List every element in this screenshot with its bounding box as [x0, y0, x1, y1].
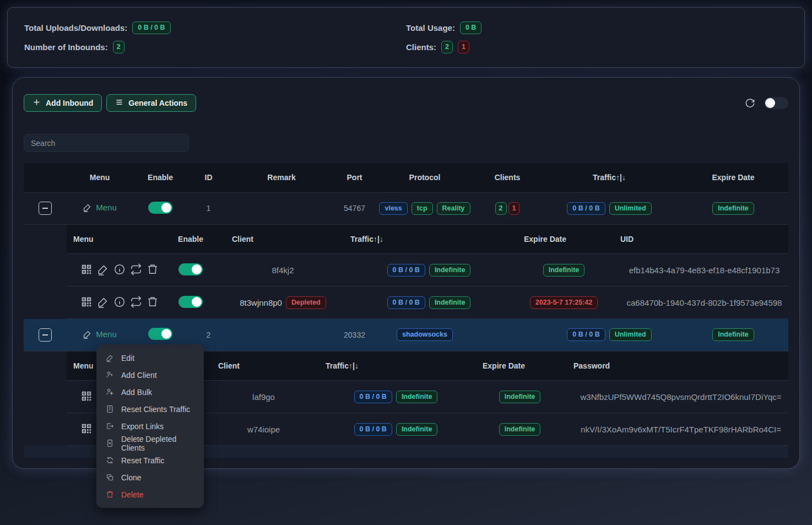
delete-icon[interactable] — [147, 296, 159, 308]
delete-icon — [106, 490, 114, 499]
col-client: Client — [202, 351, 309, 381]
client-name: laf9go — [202, 381, 309, 413]
qr-code-icon[interactable] — [80, 296, 93, 308]
inbound-1-enable-toggle[interactable] — [148, 202, 172, 214]
client-uid: efb14b43-4a79-4e83-ef18-e48cf1901b73 — [604, 254, 788, 286]
col-uid: UID — [604, 225, 788, 254]
inbound-menu-label: Menu — [96, 203, 117, 212]
inbounds-table-header: Menu Enable ID Remark Port Protocol Clie… — [24, 163, 788, 192]
client-row-8t3wjnn8p0: 8t3wjnn8p0 Depleted 0 B / 0 B Indefinite… — [67, 286, 788, 319]
user-delete-icon — [106, 439, 114, 447]
inbound-1-expanded: Menu Enable Client Traffic↑|↓ Expire Dat… — [24, 224, 788, 319]
col-traffic[interactable]: Traffic↑|↓ — [540, 163, 678, 192]
general-actions-label: General Actions — [128, 99, 187, 107]
menu-item-reset-traffic[interactable]: Reset Traffic — [96, 452, 204, 469]
menu-item-export-links[interactable]: Export Links — [96, 418, 204, 435]
info-icon[interactable] — [113, 296, 126, 308]
inbound-1-clients: 2 1 — [495, 202, 520, 215]
plus-icon — [33, 98, 41, 108]
col-password: Password — [557, 351, 788, 381]
client-password: nkV/I/3XoAm9v6xMT/T5IcrF4TpeTKF98rHARbRo… — [557, 413, 788, 446]
expand-column-header — [24, 163, 67, 192]
traffic-limit-badge: Unlimited — [609, 328, 652, 341]
traffic-limit-badge: Indefinite — [396, 423, 438, 436]
refresh-icon[interactable] — [745, 98, 755, 109]
clients-label: Clients: — [406, 42, 436, 52]
inbound-2-remark — [229, 319, 334, 351]
client-name: 8f4kj2 — [215, 254, 334, 286]
collapse-row-button[interactable] — [39, 202, 52, 215]
inbound-context-menu: Edit Add Client Add Bulk Reset Clients T… — [96, 344, 204, 508]
traffic-limit-badge: Indefinite — [396, 391, 438, 403]
clients-table-1: Menu Enable Client Traffic↑|↓ Expire Dat… — [67, 225, 788, 320]
col-traffic[interactable]: Traffic↑|↓ — [309, 351, 466, 381]
edit-icon[interactable] — [97, 296, 109, 308]
info-icon[interactable] — [113, 263, 126, 275]
menu-item-add-bulk[interactable]: Add Bulk — [96, 383, 204, 400]
qr-code-icon[interactable] — [80, 390, 93, 402]
stats-panel: Total Uploads/Downloads: 0 B / 0 B Numbe… — [7, 7, 805, 68]
traffic-badge: 0 B / 0 B — [387, 296, 425, 309]
toolbar: Add Inbound General Actions — [24, 94, 788, 112]
inbound-row-1: Menu 1 54767 vless tcp Reality 2 1 0 B /… — [24, 192, 788, 224]
col-remark: Remark — [229, 163, 334, 192]
number-of-inbounds-value: 2 — [113, 41, 124, 53]
inbound-1-traffic: 0 B / 0 B Unlimited — [567, 202, 651, 215]
edit-icon[interactable] — [97, 263, 109, 275]
clients-active-count: 2 — [441, 41, 453, 53]
expire-badge: Indefinite — [712, 202, 754, 215]
menu-item-add-client[interactable]: Add Client — [96, 366, 204, 383]
traffic-badge: 0 B / 0 B — [387, 264, 425, 277]
client-row-8f4kj2: 8f4kj2 0 B / 0 B Indefinite Indefinite e… — [67, 254, 788, 286]
qr-code-icon[interactable] — [80, 263, 93, 275]
reset-traffic-icon[interactable] — [130, 296, 142, 308]
client-traffic: 0 B / 0 B Indefinite — [387, 296, 471, 309]
expire-badge: 2023-5-7 17:25:42 — [530, 296, 598, 309]
inbound-1-menu-button[interactable]: Menu — [83, 203, 117, 212]
col-id: ID — [188, 163, 229, 192]
expire-badge: Indefinite — [712, 328, 754, 341]
general-actions-button[interactable]: General Actions — [106, 94, 196, 112]
menu-item-clone[interactable]: Clone — [96, 469, 204, 486]
stream-badge: tcp — [412, 202, 433, 215]
reset-traffic-icon[interactable] — [130, 263, 142, 275]
col-clients: Clients — [474, 163, 540, 192]
toggle-knob — [161, 203, 171, 213]
dark-mode-toggle[interactable] — [764, 97, 788, 109]
stat-number-of-inbounds: Number of Inbounds: 2 — [24, 41, 406, 53]
toggle-knob — [192, 264, 202, 274]
inbound-2-clients — [474, 319, 540, 351]
col-protocol: Protocol — [375, 163, 474, 192]
col-menu: Menu — [67, 225, 166, 254]
inbound-menu-label: Menu — [96, 329, 117, 339]
clients-depleted-count: 1 — [458, 41, 469, 53]
edit-icon — [106, 354, 114, 362]
menu-item-edit[interactable]: Edit — [96, 349, 204, 366]
traffic-limit-badge: Indefinite — [429, 296, 471, 309]
security-badge: Reality — [437, 202, 470, 215]
client-enable-toggle[interactable] — [178, 263, 203, 275]
col-traffic[interactable]: Traffic↑|↓ — [334, 225, 507, 254]
qr-code-icon[interactable] — [80, 423, 93, 435]
user-add-icon — [106, 371, 114, 379]
delete-icon[interactable] — [147, 263, 159, 275]
menu-item-delete-depleted-clients[interactable]: Delete Depleted Clients — [96, 435, 204, 452]
clients-active-badge: 2 — [495, 202, 507, 215]
col-client: Client — [215, 225, 334, 254]
stats-left-column: Total Uploads/Downloads: 0 B / 0 B Numbe… — [24, 21, 406, 53]
menu-item-delete[interactable]: Delete — [96, 486, 204, 503]
inbound-1-port: 54767 — [334, 192, 375, 224]
traffic-limit-badge: Unlimited — [609, 202, 652, 215]
search-input[interactable] — [24, 134, 189, 152]
inbound-2-menu-button[interactable]: Menu — [83, 329, 117, 339]
inbound-2-enable-toggle[interactable] — [148, 328, 172, 340]
protocol-badge: vless — [379, 202, 407, 215]
client-traffic: 0 B / 0 B Indefinite — [387, 264, 471, 277]
col-menu: Menu — [67, 163, 133, 192]
collapse-row-button[interactable] — [39, 328, 52, 342]
client-enable-toggle[interactable] — [178, 296, 203, 308]
client-name: 8t3wjnn8p0 — [240, 298, 282, 307]
add-inbound-button[interactable]: Add Inbound — [24, 94, 102, 112]
sync-icon — [106, 456, 114, 464]
menu-item-reset-clients-traffic[interactable]: Reset Clients Traffic — [96, 400, 204, 418]
